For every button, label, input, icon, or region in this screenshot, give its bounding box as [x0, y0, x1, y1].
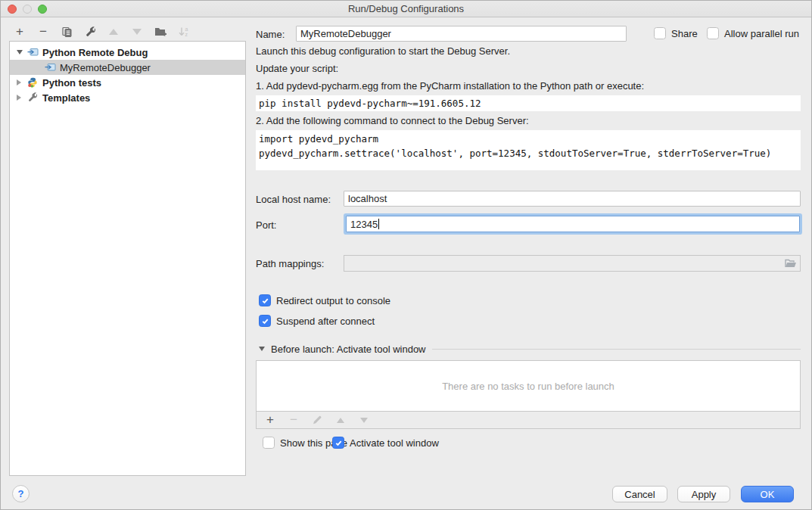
code-block-settrace[interactable]: import pydevd_pycharm pydevd_pycharm.set… — [256, 130, 801, 170]
before-launch-toolbar: + − — [256, 411, 801, 429]
tree-item-label: Python tests — [42, 77, 101, 89]
redirect-output-checkbox[interactable]: Redirect output to console — [259, 294, 390, 306]
configurations-tree: Python Remote Debug MyRemoteDebugger — [9, 41, 246, 476]
add-configuration-button[interactable]: + — [13, 25, 26, 39]
instruction-step-2: 2. Add the following command to connect … — [256, 115, 529, 126]
copy-configuration-button[interactable] — [60, 25, 73, 39]
allow-parallel-run-label: Allow parallel run — [724, 28, 799, 39]
wrench-icon — [27, 92, 39, 103]
apply-label: Apply — [692, 489, 717, 500]
edit-templates-button[interactable] — [83, 25, 97, 39]
redirect-output-label: Redirect output to console — [276, 295, 390, 306]
port-input[interactable]: 12345 — [346, 216, 800, 232]
window-title: Run/Debug Configurations — [348, 3, 464, 14]
local-host-label: Local host name: — [256, 194, 331, 205]
svg-text:z: z — [185, 32, 188, 37]
move-down-button[interactable] — [130, 25, 144, 39]
configurations-toolbar: + − — [13, 24, 191, 39]
copy-icon — [61, 26, 73, 38]
move-up-icon — [337, 418, 344, 423]
checkbox-box — [654, 27, 666, 39]
allow-parallel-run-checkbox[interactable]: Allow parallel run — [707, 27, 799, 39]
remove-task-button[interactable]: − — [287, 413, 300, 427]
before-launch-header[interactable]: Before launch: Activate tool window — [259, 343, 801, 355]
wrench-icon — [85, 26, 96, 38]
add-task-button[interactable]: + — [263, 413, 277, 427]
cancel-label: Cancel — [624, 489, 655, 500]
move-task-down-button[interactable] — [357, 413, 371, 427]
tree-item-templates[interactable]: Templates — [10, 90, 245, 105]
instruction-line-2: Update your script: — [256, 63, 338, 74]
checkbox-box — [259, 315, 271, 327]
help-button[interactable]: ? — [12, 485, 30, 502]
remote-debug-icon — [45, 62, 56, 73]
move-down-icon — [132, 29, 142, 35]
svg-text:a: a — [185, 26, 188, 32]
code-line-import: import pydevd_pycharm — [259, 133, 378, 145]
move-down-icon — [360, 418, 368, 423]
name-label: Name: — [256, 29, 285, 40]
cancel-button[interactable]: Cancel — [612, 486, 667, 502]
move-task-up-button[interactable] — [334, 413, 347, 427]
move-up-icon — [109, 29, 118, 35]
section-divider — [432, 349, 801, 350]
minus-icon: − — [39, 26, 47, 37]
share-checkbox[interactable]: Share — [654, 27, 698, 39]
remote-debug-icon — [27, 47, 39, 58]
checkbox-box — [263, 437, 275, 449]
port-value: 12345 — [350, 219, 378, 230]
checkbox-box — [259, 294, 271, 306]
minus-icon: − — [290, 415, 297, 425]
add-icon: + — [16, 26, 23, 37]
checkbox-box — [707, 27, 719, 39]
empty-tasks-message: There are no tasks to run before launch — [442, 381, 614, 392]
traffic-lights — [8, 5, 47, 14]
add-icon: + — [266, 415, 274, 425]
python-tests-icon — [27, 77, 39, 88]
path-mappings-input[interactable] — [344, 255, 801, 272]
chevron-right-icon[interactable] — [17, 79, 24, 86]
instruction-line-1: Launch this debug configuration to start… — [256, 45, 510, 57]
code-line-settrace: pydevd_pycharm.settrace('localhost', por… — [259, 148, 771, 159]
ok-button[interactable]: OK — [741, 486, 794, 502]
chevron-down-icon[interactable] — [17, 50, 24, 54]
code-block-pip[interactable]: pip install pydevd-pycharm~=191.6605.12 — [256, 95, 801, 111]
local-host-input[interactable] — [344, 191, 801, 207]
tree-item-label: Python Remote Debug — [42, 47, 148, 58]
chevron-right-icon[interactable] — [17, 95, 24, 101]
new-folder-icon — [154, 26, 167, 37]
suspend-after-connect-label: Suspend after connect — [276, 316, 375, 327]
apply-button[interactable]: Apply — [677, 486, 730, 502]
folder-icon — [784, 258, 797, 269]
text-caret — [378, 219, 379, 229]
browse-folder-button[interactable] — [784, 258, 797, 269]
port-label: Port: — [256, 219, 276, 231]
name-input[interactable] — [296, 26, 627, 42]
zoom-button[interactable] — [38, 5, 47, 14]
tree-item-label: Templates — [42, 92, 90, 104]
ok-label: OK — [761, 489, 775, 500]
before-launch-title: Before launch: Activate tool window — [271, 344, 426, 355]
edit-task-button[interactable] — [310, 413, 324, 427]
remove-configuration-button[interactable]: − — [36, 25, 50, 39]
path-mappings-label: Path mappings: — [256, 258, 324, 269]
run-debug-configurations-dialog: Run/Debug Configurations + − — [0, 0, 812, 510]
close-button[interactable] — [8, 5, 17, 14]
checkbox-box — [332, 437, 344, 449]
before-launch-tasks-panel: There are no tasks to run before launch — [256, 360, 801, 412]
title-bar: Run/Debug Configurations — [1, 1, 811, 17]
sort-az-icon: a z — [178, 26, 190, 38]
tree-item-python-remote-debug[interactable]: Python Remote Debug — [10, 45, 245, 60]
move-up-button[interactable] — [107, 25, 120, 39]
collapse-triangle-icon — [259, 347, 265, 351]
pencil-icon — [312, 415, 322, 425]
activate-tool-window-checkbox[interactable]: Activate tool window — [332, 437, 439, 449]
question-icon: ? — [18, 488, 24, 499]
instruction-step-1: 1. Add pydevd-pycharm.egg from the PyCha… — [256, 80, 644, 92]
minimize-button[interactable] — [23, 5, 32, 14]
sort-configurations-button[interactable]: a z — [177, 25, 191, 39]
tree-item-python-tests[interactable]: Python tests — [10, 75, 245, 90]
tree-item-myremotedebugger[interactable]: MyRemoteDebugger — [10, 60, 245, 75]
new-folder-button[interactable] — [154, 25, 167, 39]
suspend-after-connect-checkbox[interactable]: Suspend after connect — [259, 315, 375, 327]
